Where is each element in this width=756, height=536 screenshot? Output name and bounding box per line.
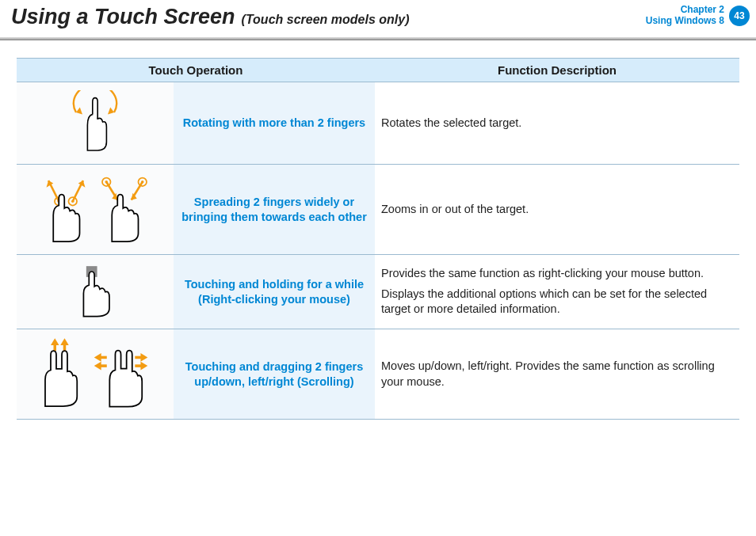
- gesture-cell: [17, 82, 174, 165]
- svg-marker-20: [51, 338, 59, 345]
- gesture-cell: [17, 255, 174, 329]
- svg-marker-34: [140, 362, 147, 371]
- chapter-line1: Chapter 2: [646, 5, 724, 16]
- table-row: Rotating with more than 2 fingers Rotate…: [17, 82, 739, 165]
- svg-marker-28: [94, 353, 101, 362]
- th-description: Function Description: [375, 59, 739, 82]
- table-row: Spreading 2 fingers widely or bringing t…: [17, 165, 739, 255]
- chapter-indicator: Chapter 2 Using Windows 8 43: [646, 5, 750, 27]
- title-main: Using a Touch Screen: [11, 5, 235, 29]
- gesture-cell: [17, 165, 174, 255]
- svg-marker-1: [108, 108, 114, 115]
- svg-marker-0: [76, 108, 82, 115]
- manual-page: Using a Touch Screen (Touch screen model…: [0, 0, 756, 536]
- hold-gesture-icon: [71, 263, 119, 318]
- header-rule: [0, 37, 756, 40]
- page-number-badge: 43: [729, 6, 750, 26]
- touch-operations-table: Touch Operation Function Description Rot…: [17, 58, 739, 420]
- gesture-name: Touching and holding for a while (Right-…: [174, 255, 375, 329]
- gesture-desc: Zooms in or out of the target.: [375, 165, 739, 255]
- svg-marker-22: [60, 338, 69, 345]
- svg-point-17: [141, 181, 144, 184]
- scroll-vertical-icon: [34, 337, 90, 409]
- gesture-desc: Provides the same function as right-clic…: [375, 255, 739, 329]
- table-row: Touching and dragging 2 fingers up/down,…: [17, 329, 739, 420]
- gesture-name: Rotating with more than 2 fingers: [174, 82, 375, 165]
- rotate-gesture-icon: [63, 90, 127, 154]
- page-title: Using a Touch Screen (Touch screen model…: [11, 5, 409, 29]
- pinch-right-icon: [97, 173, 152, 244]
- gesture-name: Spreading 2 fingers widely or bringing t…: [174, 165, 375, 255]
- svg-point-9: [71, 200, 74, 203]
- svg-marker-30: [94, 362, 101, 371]
- gesture-desc: Rotates the selected target.: [375, 82, 739, 165]
- title-sub: (Touch screen models only): [242, 13, 410, 27]
- table-row: Touching and holding for a while (Right-…: [17, 255, 739, 329]
- chapter-line2: Using Windows 8: [646, 16, 724, 27]
- pinch-left-icon: [38, 173, 94, 244]
- gesture-desc: Moves up/down, left/right. Provides the …: [375, 329, 739, 420]
- page-header: Using a Touch Screen (Touch screen model…: [0, 0, 756, 29]
- gesture-name: Touching and dragging 2 fingers up/down,…: [174, 329, 375, 420]
- gesture-cell: [17, 329, 174, 420]
- scroll-horizontal-icon: [93, 337, 156, 409]
- svg-point-15: [105, 181, 109, 184]
- th-operation: Touch Operation: [17, 59, 375, 82]
- chapter-text: Chapter 2 Using Windows 8: [646, 5, 724, 27]
- svg-marker-32: [140, 353, 147, 362]
